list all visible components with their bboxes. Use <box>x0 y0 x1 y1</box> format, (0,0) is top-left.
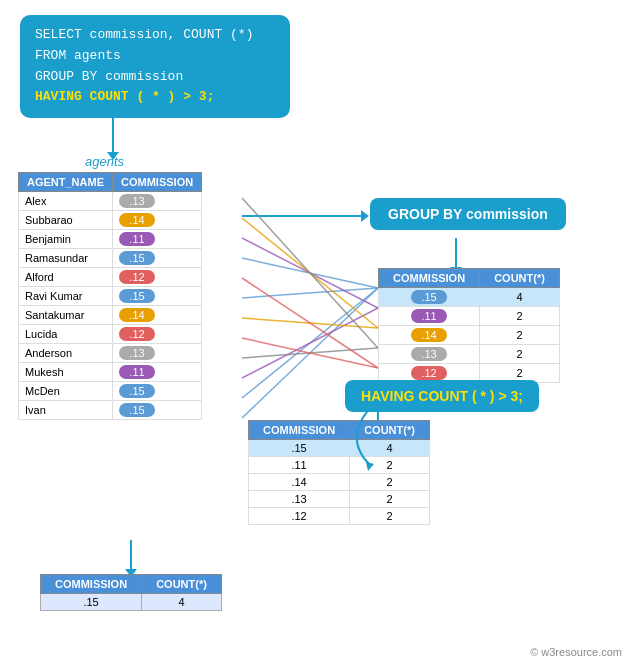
commission-badge: .11 <box>119 232 155 246</box>
table-row: Ivan.15 <box>19 401 202 420</box>
bottom-commission-cell: .13 <box>249 491 350 508</box>
commission-badge: .15 <box>411 290 447 304</box>
bottom-count-table: COMMISSION COUNT(*) .154.112.142.132.122 <box>248 420 430 525</box>
commission-badge: .15 <box>119 289 155 303</box>
table-row: .154 <box>41 594 222 611</box>
agent-name-cell: Mukesh <box>19 363 113 382</box>
svg-line-0 <box>242 258 378 288</box>
count-header-commission: COMMISSION <box>379 269 480 288</box>
commission-badge: .15 <box>119 251 155 265</box>
agent-commission-cell: .15 <box>113 401 202 420</box>
commission-badge: .12 <box>119 327 155 341</box>
agents-label: agents <box>85 154 124 169</box>
svg-line-1 <box>242 288 378 298</box>
bottom-count-cell: 2 <box>350 491 430 508</box>
count-commission-cell: .15 <box>379 288 480 307</box>
bottom-count-cell: 4 <box>350 440 430 457</box>
arrow-agents-right <box>242 215 362 217</box>
final-header-count: COUNT(*) <box>142 575 222 594</box>
count-value-cell: 4 <box>480 288 560 307</box>
agent-commission-cell: .14 <box>113 211 202 230</box>
sql-line-3: GROUP BY commission <box>35 67 275 88</box>
commission-badge: .15 <box>119 403 155 417</box>
table-row: Anderson.13 <box>19 344 202 363</box>
svg-line-6 <box>242 218 378 328</box>
count-table: COMMISSION COUNT(*) .154.112.142.132.122 <box>378 268 560 383</box>
bottom-commission-cell: .12 <box>249 508 350 525</box>
commission-badge: .12 <box>119 270 155 284</box>
agent-name-cell: Benjamin <box>19 230 113 249</box>
sql-line-1: SELECT commission, COUNT (*) <box>35 25 275 46</box>
commission-badge: .11 <box>411 309 447 323</box>
commission-badge: .11 <box>119 365 155 379</box>
sql-box: SELECT commission, COUNT (*) FROM agents… <box>20 15 290 118</box>
final-table: COMMISSION COUNT(*) .154 <box>40 574 222 611</box>
table-row: Ramasundar.15 <box>19 249 202 268</box>
commission-badge: .15 <box>119 384 155 398</box>
table-row: .142 <box>379 326 560 345</box>
agent-commission-cell: .12 <box>113 325 202 344</box>
agents-header-commission: COMMISSION <box>113 173 202 192</box>
bottom-count-cell: 2 <box>350 508 430 525</box>
svg-line-7 <box>242 318 378 328</box>
bottom-count-cell: 2 <box>350 474 430 491</box>
agent-commission-cell: .12 <box>113 268 202 287</box>
commission-badge: .13 <box>119 346 155 360</box>
svg-line-8 <box>242 198 378 348</box>
bottom-count-cell: 2 <box>350 457 430 474</box>
watermark: © w3resource.com <box>530 646 622 658</box>
table-row: Lucida.12 <box>19 325 202 344</box>
commission-badge: .14 <box>411 328 447 342</box>
count-commission-cell: .14 <box>379 326 480 345</box>
arrow-sql-down <box>112 118 114 153</box>
table-row: .154 <box>379 288 560 307</box>
table-row: .122 <box>249 508 430 525</box>
table-row: Ravi Kumar.15 <box>19 287 202 306</box>
agent-commission-cell: .15 <box>113 382 202 401</box>
agent-name-cell: Anderson <box>19 344 113 363</box>
count-value-cell: 2 <box>480 326 560 345</box>
agent-commission-cell: .14 <box>113 306 202 325</box>
arrow-bottom-final <box>130 540 132 570</box>
final-commission-cell: .15 <box>41 594 142 611</box>
agent-commission-cell: .11 <box>113 230 202 249</box>
bottom-commission-cell: .11 <box>249 457 350 474</box>
commission-badge: .12 <box>411 366 447 380</box>
table-row: .112 <box>249 457 430 474</box>
bottom-count-header-commission: COMMISSION <box>249 421 350 440</box>
count-value-cell: 2 <box>480 345 560 364</box>
commission-badge: .13 <box>119 194 155 208</box>
commission-badge: .14 <box>119 308 155 322</box>
agents-header-name: AGENT_NAME <box>19 173 113 192</box>
count-commission-cell: .11 <box>379 307 480 326</box>
table-row: Alex.13 <box>19 192 202 211</box>
table-row: .142 <box>249 474 430 491</box>
having-box: HAVING COUNT ( * ) > 3; <box>345 380 539 412</box>
agent-name-cell: Santakumar <box>19 306 113 325</box>
svg-line-4 <box>242 238 378 308</box>
table-row: .154 <box>249 440 430 457</box>
agent-name-cell: Alford <box>19 268 113 287</box>
agent-commission-cell: .15 <box>113 249 202 268</box>
agent-commission-cell: .15 <box>113 287 202 306</box>
agent-commission-cell: .13 <box>113 192 202 211</box>
bottom-commission-cell: .14 <box>249 474 350 491</box>
agents-table: AGENT_NAME COMMISSION Alex.13Subbarao.14… <box>18 172 202 420</box>
table-row: .132 <box>249 491 430 508</box>
table-row: .132 <box>379 345 560 364</box>
svg-line-5 <box>242 308 378 378</box>
agent-name-cell: Ivan <box>19 401 113 420</box>
final-count-cell: 4 <box>142 594 222 611</box>
table-row: .112 <box>379 307 560 326</box>
bottom-count-header-count: COUNT(*) <box>350 421 430 440</box>
table-row: Santakumar.14 <box>19 306 202 325</box>
svg-line-11 <box>242 338 378 368</box>
table-row: McDen.15 <box>19 382 202 401</box>
agent-name-cell: Lucida <box>19 325 113 344</box>
agent-name-cell: Ramasundar <box>19 249 113 268</box>
sql-line-4: HAVING COUNT ( * ) > 3; <box>35 87 275 108</box>
table-row: Mukesh.11 <box>19 363 202 382</box>
agent-commission-cell: .13 <box>113 344 202 363</box>
svg-line-10 <box>242 278 378 368</box>
commission-badge: .13 <box>411 347 447 361</box>
